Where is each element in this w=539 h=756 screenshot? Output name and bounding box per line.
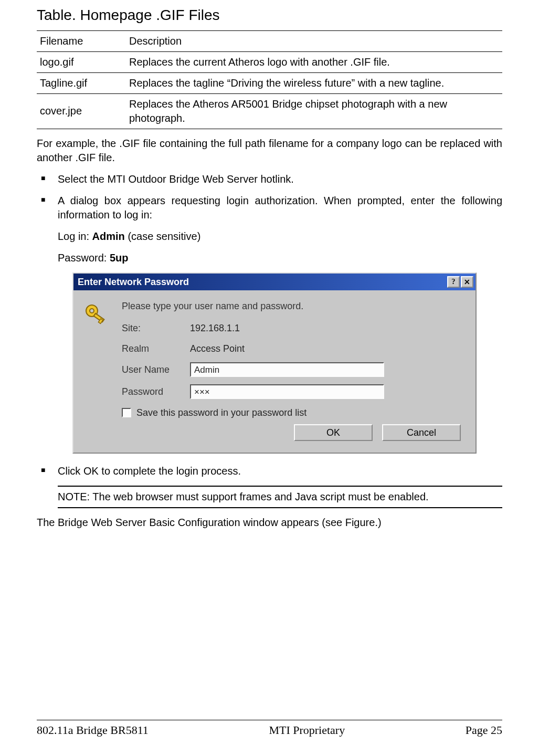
login-suffix: (case sensitive) xyxy=(125,230,201,242)
gif-files-table: Filename Description logo.gif Replaces t… xyxy=(37,30,502,129)
table-row: logo.gif Replaces the current Atheros lo… xyxy=(37,51,502,72)
cancel-button[interactable]: Cancel xyxy=(382,424,461,441)
label-password: Password xyxy=(122,385,190,398)
header-description: Description xyxy=(126,30,502,51)
dialog-titlebar: Enter Network Password ? ✕ xyxy=(73,274,475,290)
value-realm: Access Point xyxy=(190,342,466,355)
network-password-dialog: Enter Network Password ? ✕ Please type y… xyxy=(72,272,477,454)
password-line: Password: 5up xyxy=(37,251,502,265)
password-input[interactable]: ××× xyxy=(190,384,384,399)
ok-button[interactable]: OK xyxy=(294,424,373,441)
help-button[interactable]: ? xyxy=(447,276,460,288)
bullet-click-ok: Click OK to complete the login process. xyxy=(58,464,502,478)
cell-filename: logo.gif xyxy=(37,51,126,72)
save-password-checkbox[interactable] xyxy=(122,408,131,417)
label-username: User Name xyxy=(122,363,190,376)
note-block: NOTE: The web browser must support frame… xyxy=(58,486,502,508)
divider xyxy=(58,507,502,508)
page-footer: 802.11a Bridge BR5811 MTI Proprietary Pa… xyxy=(37,720,502,738)
footer-divider xyxy=(37,720,502,720)
paragraph-example: For example, the .GIF file containing th… xyxy=(37,136,502,165)
closing-paragraph: The Bridge Web Server Basic Configuratio… xyxy=(37,516,502,530)
table-row: cover.jpe Replaces the Atheros AR5001 Br… xyxy=(37,93,502,129)
table-row: Tagline.gif Replaces the tagline “Drivin… xyxy=(37,72,502,93)
table-title: Table. Homepage .GIF Files xyxy=(37,5,502,25)
svg-point-1 xyxy=(90,309,94,313)
close-button[interactable]: ✕ xyxy=(461,276,473,288)
label-realm: Realm xyxy=(122,342,190,355)
username-input[interactable]: Admin xyxy=(190,362,384,377)
header-filename: Filename xyxy=(37,30,126,51)
cell-filename: Tagline.gif xyxy=(37,72,126,93)
login-line: Log in: Admin (case sensitive) xyxy=(37,229,502,244)
cell-description: Replaces the current Atheros logo with a… xyxy=(126,51,502,72)
bullet-dialog-login: A dialog box appears requesting login au… xyxy=(58,194,502,222)
footer-right: Page 25 xyxy=(466,722,502,738)
table-header-row: Filename Description xyxy=(37,30,502,51)
key-icon xyxy=(83,302,112,330)
password-value: 5up xyxy=(110,252,129,264)
login-value: Admin xyxy=(92,230,125,242)
divider xyxy=(58,486,502,487)
cell-filename: cover.jpe xyxy=(37,93,126,129)
dialog-title: Enter Network Password xyxy=(78,276,446,288)
note-text: NOTE: The web browser must support frame… xyxy=(58,488,502,506)
cell-description: Replaces the tagline “Driving the wirele… xyxy=(126,72,502,93)
login-label: Log in: xyxy=(58,230,92,242)
password-label: Password: xyxy=(58,252,110,264)
value-site: 192.168.1.1 xyxy=(190,322,466,334)
save-password-label: Save this password in your password list xyxy=(136,406,307,419)
footer-center: MTI Proprietary xyxy=(269,722,345,738)
bullet-select-hotlink: Select the MTI Outdoor Bridge Web Server… xyxy=(58,172,502,186)
cell-description: Replaces the Atheros AR5001 Bridge chips… xyxy=(126,93,502,129)
close-icon: ✕ xyxy=(464,277,470,287)
footer-left: 802.11a Bridge BR5811 xyxy=(37,722,149,738)
dialog-prompt: Please type your user name and password. xyxy=(122,300,466,312)
label-site: Site: xyxy=(122,322,190,334)
